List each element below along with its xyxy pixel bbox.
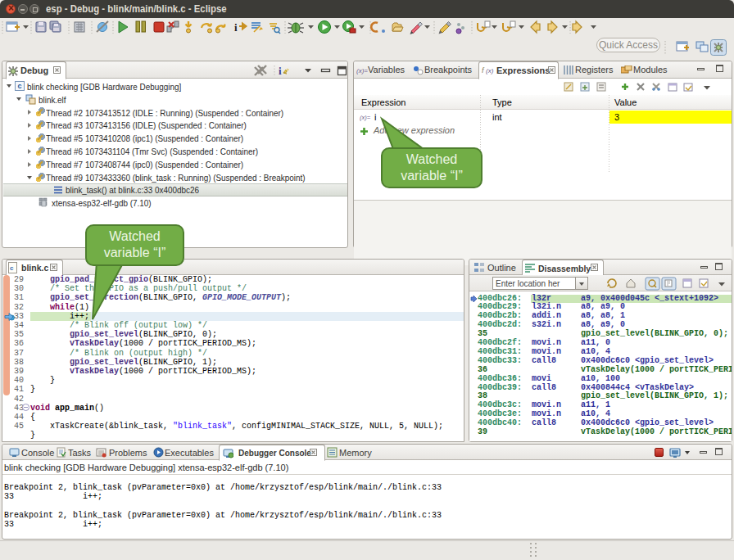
svg-text:i: i xyxy=(279,65,282,77)
svg-text:(x): (x) xyxy=(486,67,494,75)
svg-text:c: c xyxy=(10,264,14,272)
svg-text:(x)=: (x)= xyxy=(356,67,368,75)
svg-text:f: f xyxy=(482,66,485,75)
svg-text:(x)=: (x)= xyxy=(360,114,371,121)
svg-text:i: i xyxy=(234,21,238,34)
